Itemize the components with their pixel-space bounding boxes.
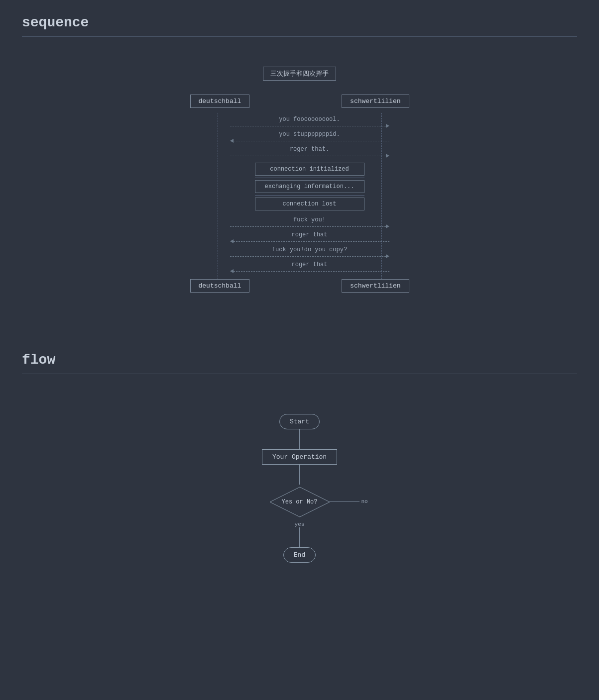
seq-msg-7-text: roger that — [230, 261, 389, 268]
seq-msg-3: roger that. — [230, 146, 389, 153]
seq-arrow-2 — [230, 139, 389, 143]
seq-msg-1-text: you fooooooooool. — [230, 116, 389, 123]
seq-arrow-5 — [230, 239, 389, 243]
seq-arrow-6-head — [386, 254, 389, 258]
seq-arrow-4-line — [230, 226, 386, 227]
seq-arrow-7 — [230, 269, 389, 273]
sequence-diagram: 三次握手和四次挥手 deutschball schwertlilien you … — [22, 57, 577, 307]
flow-title: flow — [22, 352, 577, 368]
seq-arrow-3-head — [386, 154, 389, 158]
flow-center-col: Yes or No? no yes — [267, 465, 332, 547]
flow-divider — [22, 374, 577, 374]
flow-no-label: no — [361, 499, 368, 504]
seq-msg-5: roger that — [230, 231, 389, 238]
seq-note-exchanging: exchanging information... — [255, 180, 364, 193]
seq-arrow-7-head — [230, 269, 234, 273]
flow-end-node: End — [283, 547, 316, 563]
sequence-divider — [22, 36, 577, 37]
seq-arrow-3-line — [230, 156, 386, 156]
flow-after-op: Yes or No? no yes — [267, 465, 332, 547]
seq-msg-5-text: roger that — [230, 231, 389, 238]
seq-messages-inner: you fooooooooool. you stupppppppid. roge… — [190, 113, 409, 279]
seq-arrow-5-head — [230, 239, 234, 243]
seq-arrow-2-line — [234, 141, 389, 141]
flow-branch-area: Yes or No? no yes — [267, 465, 332, 547]
flow-line-1 — [299, 429, 300, 449]
seq-msg-6: fuck you!do you copy? — [230, 246, 389, 253]
seq-msg-2-text: you stupppppppid. — [230, 131, 389, 138]
sequence-section: sequence 三次握手和四次挥手 deutschball schwertli… — [0, 0, 599, 337]
flow-line-2 — [299, 465, 300, 485]
seq-note-line-1 — [255, 178, 364, 178]
seq-arrow-2-head — [230, 139, 234, 143]
seq-arrow-3 — [230, 154, 389, 158]
flow-yes-label: yes — [295, 521, 305, 527]
seq-arrow-5-line — [234, 241, 389, 242]
seq-arrow-4-head — [386, 224, 389, 228]
seq-msg-4: fuck you! — [230, 216, 389, 223]
seq-arrow-6-line — [230, 256, 386, 257]
seq-msg-4-text: fuck you! — [230, 216, 389, 223]
flow-no-hline — [330, 501, 359, 502]
sequence-title: sequence — [22, 15, 577, 30]
seq-messages-area: you fooooooooool. you stupppppppid. roge… — [190, 113, 409, 279]
seq-bottom-actors: deutschball schwertlilien — [190, 279, 409, 293]
flow-operation-node: Your Operation — [262, 449, 337, 465]
seq-actor-right-bottom: schwertlilien — [342, 279, 409, 293]
flow-line-3 — [299, 527, 300, 547]
seq-arrow-6 — [230, 254, 389, 258]
seq-arrow-4 — [230, 224, 389, 228]
seq-actor-left-bottom: deutschball — [190, 279, 250, 293]
seq-arrow-1-head — [386, 124, 389, 128]
seq-note-line-2 — [255, 195, 364, 196]
seq-msg-6-text: fuck you!do you copy? — [230, 246, 389, 253]
seq-msg-1: you fooooooooool. — [230, 116, 389, 123]
flow-yes-branch: yes — [295, 519, 305, 547]
flow-no-branch: no — [330, 499, 368, 504]
seq-arrow-1 — [230, 124, 389, 128]
seq-note-connection-initialized: connection initialized — [255, 163, 364, 176]
flow-decision-label: Yes or No? — [281, 499, 317, 505]
seq-actor-left-top: deutschball — [190, 95, 250, 108]
flow-diagram: Start Your Operation Yes or No? — [22, 394, 577, 583]
seq-top-actors: deutschball schwertlilien — [190, 95, 409, 108]
seq-msg-7: roger that — [230, 261, 389, 268]
seq-actor-right-top: schwertlilien — [342, 95, 409, 108]
flow-diamond-wrapper: Yes or No? no — [267, 485, 332, 519]
seq-msg-3-text: roger that. — [230, 146, 389, 153]
flow-start-node: Start — [279, 414, 320, 429]
seq-diagram-label: 三次握手和四次挥手 — [263, 67, 336, 81]
seq-msg-2: you stupppppppid. — [230, 131, 389, 138]
flow-section: flow Start Your Operation Yes or No? — [0, 337, 599, 612]
seq-arrow-7-line — [234, 271, 389, 272]
seq-note-connection-lost: connection lost — [255, 198, 364, 210]
seq-arrow-1-line — [230, 126, 386, 126]
